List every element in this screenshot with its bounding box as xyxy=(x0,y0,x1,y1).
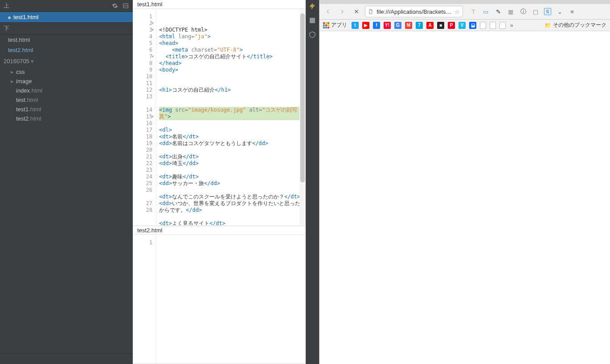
code-line[interactable]: <body> xyxy=(159,67,303,73)
bookmark-hatena-icon[interactable]: 7 xyxy=(416,22,423,29)
open-file-item[interactable]: test1.html xyxy=(0,12,133,22)
code-line[interactable]: <dd>埼玉</dd> xyxy=(159,160,303,167)
bookmark-adobe-icon[interactable]: A xyxy=(426,22,434,29)
browser-viewport[interactable] xyxy=(319,31,610,364)
tree-file[interactable]: test2.html xyxy=(4,114,133,123)
code-line[interactable]: </head> xyxy=(159,60,303,67)
code-line[interactable]: <!DOCTYPE html> xyxy=(159,27,303,33)
code-bottom[interactable] xyxy=(156,235,306,364)
tree-file[interactable]: index.html xyxy=(4,86,133,95)
code-line[interactable]: <dt>なんでこのスクールを受けようと思ったのか？</dt> xyxy=(159,194,303,200)
ext-icon-info[interactable]: ⓘ xyxy=(519,8,527,16)
bookmark-vimeo-icon[interactable]: V xyxy=(459,22,466,29)
code-line[interactable]: <dd>名前はコスゲタツヤともうします</dd> xyxy=(159,140,303,147)
fold-arrow-icon[interactable]: ▼ xyxy=(151,20,154,27)
tree-label: test1 xyxy=(16,106,29,113)
fold-arrow-icon[interactable]: ▼ xyxy=(151,113,154,120)
bookmark-facebook-icon[interactable]: f xyxy=(373,22,380,29)
code-line[interactable]: <dd>サッカー・旅</dd> xyxy=(159,180,303,187)
code-line[interactable] xyxy=(159,147,303,154)
project-header[interactable]: 20160705 ▾ xyxy=(0,55,133,66)
tree-file[interactable]: test1.html xyxy=(4,105,133,114)
code-line[interactable] xyxy=(159,120,303,127)
bookmark-gmail-icon[interactable]: M xyxy=(405,22,412,29)
apps-button[interactable]: アプリ xyxy=(323,21,347,29)
code-line[interactable]: <html lang="ja"> xyxy=(159,33,303,40)
code-line[interactable]: <dt>よく見るサイト</dt> xyxy=(159,220,303,225)
editor-body-top[interactable]: 12▼3▼4567▼89101112131415▼161718192021222… xyxy=(133,9,306,225)
ext-icon-2[interactable]: ▭ xyxy=(482,8,490,16)
bookmark-pinterest-icon[interactable]: P xyxy=(448,22,455,29)
back-button[interactable] xyxy=(322,6,334,17)
bookmark-youtube-icon[interactable]: ▶ xyxy=(362,22,369,29)
fold-arrow-icon[interactable]: ▼ xyxy=(151,53,154,60)
ext-icon-eyedropper[interactable]: ✎ xyxy=(494,8,502,16)
code-line[interactable]: <dt>名前</dt> xyxy=(159,133,303,140)
ext-icon-1[interactable]: ⊤ xyxy=(469,8,477,16)
line-number: 9 xyxy=(133,67,152,73)
open-file-item[interactable]: test2.html xyxy=(0,45,133,55)
code-line[interactable]: <dd>いつか、世界を変えるプロダクトを作りたいと思ったからです。</dd> xyxy=(159,200,303,214)
code-line[interactable] xyxy=(159,100,303,107)
bookmark-nico-icon[interactable]: ■ xyxy=(437,22,444,29)
split-view-icon[interactable] xyxy=(122,2,129,9)
more-bookmarks-chevron[interactable]: » xyxy=(510,22,513,28)
fold-arrow-icon[interactable]: ▼ xyxy=(151,27,154,33)
sidebar-spacer xyxy=(0,128,133,353)
tree-folder[interactable]: ▸image xyxy=(4,77,133,86)
code-line[interactable]: <dl> xyxy=(159,127,303,133)
extension-manager-icon[interactable] xyxy=(308,16,317,25)
code-line[interactable] xyxy=(159,214,303,220)
code-line[interactable]: <dt>出身</dt> xyxy=(159,154,303,160)
scrollbar-track[interactable] xyxy=(299,9,306,225)
gear-icon[interactable] xyxy=(111,2,119,9)
code-top[interactable]: <!DOCTYPE html><html lang="ja"><head> <m… xyxy=(156,9,306,225)
line-number: 28 xyxy=(133,207,152,214)
code-line[interactable] xyxy=(159,167,303,174)
url-text: file:///Applications/Brackets.a… xyxy=(377,8,452,15)
ext-icon-grid[interactable]: ▦ xyxy=(507,8,515,16)
code-line[interactable]: <img src="image/kosuge.jpg" alt="コスゲの顔写真… xyxy=(159,107,303,120)
working-set-top-label: 上 xyxy=(4,2,9,10)
forward-button[interactable] xyxy=(336,6,348,17)
editor-body-bottom[interactable]: 1 xyxy=(133,235,306,364)
editor-tab-bottom[interactable]: test2.html xyxy=(133,226,306,235)
ext-icon-box[interactable]: ▢ xyxy=(532,8,540,16)
bookmark-dropbox-icon[interactable]: ⬓ xyxy=(469,22,476,29)
tree-folder[interactable]: ▸css xyxy=(4,67,133,77)
live-preview-icon[interactable] xyxy=(308,2,317,11)
bookmark-page-icon[interactable] xyxy=(490,22,496,29)
line-number: 18 xyxy=(133,133,152,140)
bookmark-page-icon[interactable] xyxy=(480,22,486,29)
code-line[interactable] xyxy=(159,187,303,194)
code-line[interactable] xyxy=(159,239,303,246)
browser-window: file:///Applications/Brackets.a… ☆ ⊤ ▭ ✎… xyxy=(319,0,610,364)
line-number: 23 xyxy=(133,167,152,174)
stop-button[interactable] xyxy=(351,6,362,17)
line-number: 20 xyxy=(133,147,152,154)
scrollbar-thumb[interactable] xyxy=(300,13,305,182)
code-line[interactable] xyxy=(159,93,303,100)
code-line[interactable]: <meta charset="UTF-8"> xyxy=(159,47,303,53)
tree-file[interactable]: test.html xyxy=(4,95,133,105)
ext-icon-s[interactable]: S xyxy=(544,8,551,15)
code-line[interactable]: <dt>趣味</dt> xyxy=(159,174,303,180)
code-line[interactable]: <head> xyxy=(159,40,303,47)
bookmark-page-icon[interactable] xyxy=(499,22,506,29)
editor-tab-top[interactable]: test1.html xyxy=(133,0,306,9)
browser-tabstrip[interactable] xyxy=(319,0,610,4)
other-bookmarks-button[interactable]: 📁 その他のブックマーク xyxy=(544,21,606,29)
ext-icon-pocket[interactable]: ⌄ xyxy=(556,8,564,16)
bookmark-twitter-icon[interactable]: t xyxy=(352,22,359,29)
open-file-item[interactable]: test.html xyxy=(0,35,133,45)
chrome-menu-icon[interactable]: ≡ xyxy=(568,8,576,16)
code-line[interactable] xyxy=(159,80,303,87)
bookmark-star-icon[interactable]: ☆ xyxy=(454,8,460,15)
address-bar[interactable]: file:///Applications/Brackets.a… ☆ xyxy=(365,6,463,17)
code-line[interactable] xyxy=(159,73,303,80)
plugin-icon[interactable] xyxy=(308,30,317,39)
bookmark-yahoo-icon[interactable]: Y! xyxy=(384,22,391,29)
bookmark-google-icon[interactable]: G xyxy=(394,22,401,29)
code-line[interactable]: <title>コスゲの自己紹介サイト</title> xyxy=(159,53,303,60)
code-line[interactable]: <h1>コスゲの自己紹介</h1> xyxy=(159,87,303,93)
